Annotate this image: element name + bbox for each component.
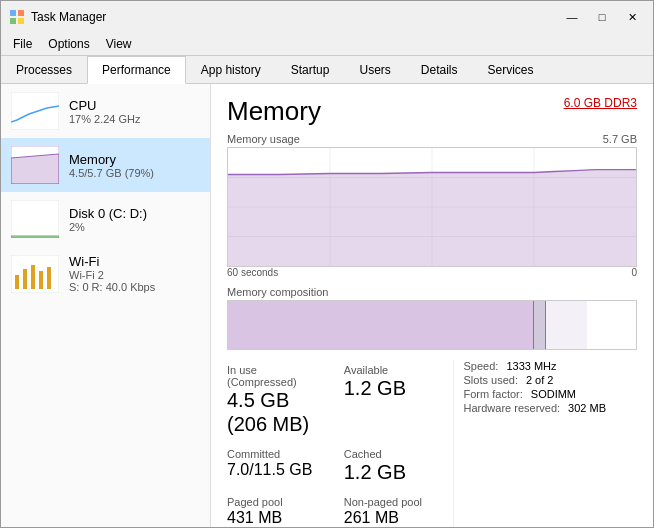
comp-in-use — [228, 301, 534, 349]
wifi-chart-icon — [11, 255, 59, 293]
disk-name: Disk 0 (C: D:) — [69, 206, 200, 221]
minimize-button[interactable]: — — [559, 7, 585, 27]
tab-services[interactable]: Services — [473, 56, 549, 84]
hw-row: Hardware reserved: 302 MB — [464, 402, 637, 414]
memory-chart — [227, 147, 637, 267]
chart-time-end: 0 — [631, 267, 637, 278]
tab-bar: Processes Performance App history Startu… — [1, 56, 653, 84]
tab-processes[interactable]: Processes — [1, 56, 87, 84]
stats-container: In use (Compressed) 4.5 GB (206 MB) Avai… — [227, 360, 637, 527]
stats-right: Speed: 1333 MHz Slots used: 2 of 2 Form … — [453, 360, 637, 527]
tab-performance[interactable]: Performance — [87, 56, 186, 84]
stat-nonpaged: Non-paged pool 261 MB — [344, 492, 453, 527]
wifi-text: Wi-Fi Wi-Fi 2 S: 0 R: 40.0 Kbps — [69, 254, 200, 293]
chart-time-start: 60 seconds — [227, 267, 278, 278]
main-header: Memory 6.0 GB DDR3 — [227, 96, 637, 127]
svg-rect-4 — [11, 92, 59, 130]
memory-detail: 4.5/5.7 GB (79%) — [69, 167, 200, 179]
stats-grid: In use (Compressed) 4.5 GB (206 MB) Avai… — [227, 360, 453, 527]
menu-options[interactable]: Options — [40, 35, 97, 53]
close-button[interactable]: ✕ — [619, 7, 645, 27]
svg-rect-11 — [23, 269, 27, 289]
in-use-label: In use (Compressed) — [227, 364, 328, 388]
svg-marker-6 — [11, 154, 59, 184]
disk-detail: 2% — [69, 221, 200, 233]
sidebar-item-memory[interactable]: Memory 4.5/5.7 GB (79%) — [1, 138, 210, 192]
sidebar-item-wifi[interactable]: Wi-Fi Wi-Fi 2 S: 0 R: 40.0 Kbps — [1, 246, 210, 301]
memory-usage-section: Memory usage 5.7 GB — [227, 133, 637, 278]
svg-rect-0 — [10, 10, 16, 16]
task-manager-window: Task Manager — □ ✕ File Options View Pro… — [0, 0, 654, 528]
memory-chart-svg — [228, 148, 636, 266]
composition-label: Memory composition — [227, 286, 637, 298]
hw-label: Hardware reserved: — [464, 402, 561, 414]
svg-rect-12 — [31, 265, 35, 289]
disk-text: Disk 0 (C: D:) 2% — [69, 206, 200, 233]
paged-value: 431 MB — [227, 508, 328, 527]
chart-label: Memory usage — [227, 133, 300, 145]
slots-label: Slots used: — [464, 374, 518, 386]
svg-rect-1 — [18, 10, 24, 16]
disk-chart-icon — [11, 200, 59, 238]
nonpaged-label: Non-paged pool — [344, 496, 445, 508]
svg-rect-10 — [15, 275, 19, 289]
tab-details[interactable]: Details — [406, 56, 473, 84]
title-bar-left: Task Manager — [9, 9, 106, 25]
stats-left: In use (Compressed) 4.5 GB (206 MB) Avai… — [227, 360, 453, 527]
cpu-text: CPU 17% 2.24 GHz — [69, 98, 200, 125]
tab-startup[interactable]: Startup — [276, 56, 345, 84]
svg-rect-13 — [39, 271, 43, 289]
memory-text: Memory 4.5/5.7 GB (79%) — [69, 152, 200, 179]
main-title: Memory — [227, 96, 321, 127]
maximize-button[interactable]: □ — [589, 7, 615, 27]
svg-rect-2 — [10, 18, 16, 24]
sidebar-item-disk[interactable]: Disk 0 (C: D:) 2% — [1, 192, 210, 246]
speed-label: Speed: — [464, 360, 499, 372]
cpu-detail: 17% 2.24 GHz — [69, 113, 200, 125]
wifi-sparkline-container — [11, 255, 59, 293]
title-bar-controls: — □ ✕ — [559, 7, 645, 27]
cpu-sparkline-container — [11, 92, 59, 130]
svg-rect-14 — [47, 267, 51, 289]
hw-value: 302 MB — [568, 402, 606, 414]
main-subtitle: 6.0 GB DDR3 — [564, 96, 637, 110]
menu-bar: File Options View — [1, 33, 653, 56]
in-use-value: 4.5 GB (206 MB) — [227, 388, 328, 436]
svg-rect-3 — [18, 18, 24, 24]
paged-label: Paged pool — [227, 496, 328, 508]
memory-sparkline-container — [11, 146, 59, 184]
speed-row: Speed: 1333 MHz — [464, 360, 637, 372]
menu-view[interactable]: View — [98, 35, 140, 53]
wifi-name: Wi-Fi — [69, 254, 200, 269]
stat-in-use: In use (Compressed) 4.5 GB (206 MB) — [227, 360, 336, 440]
form-value: SODIMM — [531, 388, 576, 400]
comp-free — [587, 301, 636, 349]
svg-rect-7 — [11, 200, 59, 238]
svg-marker-8 — [11, 236, 59, 238]
menu-file[interactable]: File — [5, 35, 40, 53]
cpu-chart-icon — [11, 92, 59, 130]
sidebar-item-cpu[interactable]: CPU 17% 2.24 GHz — [1, 84, 210, 138]
committed-value: 7.0/11.5 GB — [227, 460, 328, 479]
main-panel: Memory 6.0 GB DDR3 Memory usage 5.7 GB — [211, 84, 653, 527]
chart-max: 5.7 GB — [603, 133, 637, 145]
cached-label: Cached — [344, 448, 445, 460]
chart-time-labels: 60 seconds 0 — [227, 267, 637, 278]
tab-users[interactable]: Users — [344, 56, 405, 84]
nonpaged-value: 261 MB — [344, 508, 445, 527]
form-row: Form factor: SODIMM — [464, 388, 637, 400]
tab-app-history[interactable]: App history — [186, 56, 276, 84]
available-value: 1.2 GB — [344, 376, 445, 400]
form-label: Form factor: — [464, 388, 523, 400]
cpu-name: CPU — [69, 98, 200, 113]
comp-modified — [534, 301, 546, 349]
app-icon — [9, 9, 25, 25]
composition-bar — [227, 300, 637, 350]
comp-standby — [546, 301, 587, 349]
cached-value: 1.2 GB — [344, 460, 445, 484]
disk-sparkline-container — [11, 200, 59, 238]
svg-marker-21 — [228, 170, 636, 266]
slots-value: 2 of 2 — [526, 374, 554, 386]
window-title: Task Manager — [31, 10, 106, 24]
title-bar: Task Manager — □ ✕ — [1, 1, 653, 33]
